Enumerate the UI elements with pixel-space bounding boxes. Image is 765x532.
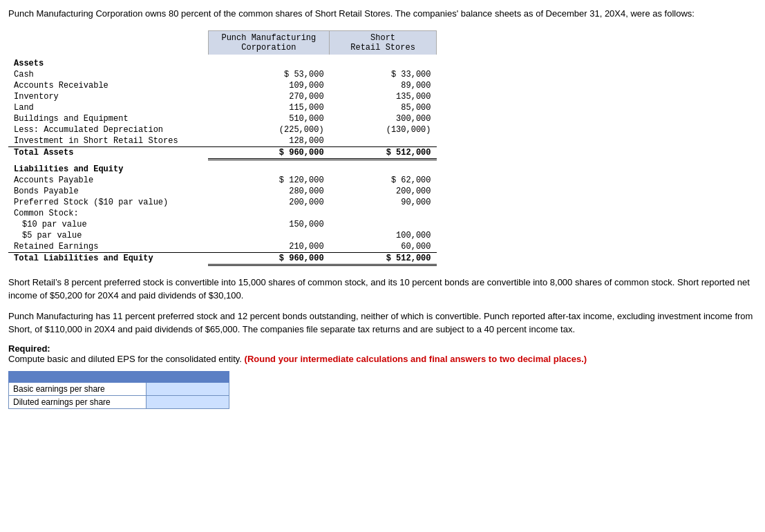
data-punch [208,208,330,219]
required-label: Required: [8,343,50,354]
data-label: $5 par value [8,230,208,241]
paragraph1: Short Retail’s 8 percent preferred stock… [8,276,757,303]
eps-row: Basic earnings per share [9,382,229,395]
paragraph1-text: Short Retail’s 8 percent preferred stock… [8,277,750,301]
data-short [330,208,437,219]
data-short: 135,000 [330,91,437,102]
eps-table-header [9,371,229,382]
data-punch: 150,000 [208,219,330,230]
balance-sheet-table: Punch Manufacturing Corporation Short Re… [8,30,437,266]
data-punch: $ 53,000 [208,69,330,80]
data-short: 85,000 [330,102,437,113]
data-label: Inventory [8,91,208,102]
data-label: Bonds Payable [8,186,208,197]
data-label: Land [8,102,208,113]
data-short: 300,000 [330,113,437,124]
eps-value-input[interactable] [147,395,229,408]
data-label: $10 par value [8,219,208,230]
eps-label: Basic earnings per share [9,382,147,395]
data-punch: (225,000) [208,124,330,135]
total-short: $ 512,000 [330,146,437,159]
data-short [330,219,437,230]
balance-sheet-section: Punch Manufacturing Corporation Short Re… [8,30,757,266]
total-label: Total Assets [8,146,208,159]
data-short: 90,000 [330,197,437,208]
data-short: 200,000 [330,186,437,197]
data-punch: 109,000 [208,80,330,91]
data-punch: 510,000 [208,113,330,124]
data-label: Buildings and Equipment [8,113,208,124]
total-label: Total Liabilities and Equity [8,252,208,265]
data-punch: $ 120,000 [208,175,330,186]
data-punch: 210,000 [208,241,330,253]
section-header: Assets [8,55,437,69]
data-punch: 200,000 [208,197,330,208]
eps-table: Basic earnings per share Diluted earning… [8,371,229,409]
data-label: Cash [8,69,208,80]
data-label: Preferred Stock ($10 par value) [8,197,208,208]
short-header-line1: Short [370,33,395,43]
intro-paragraph: Punch Manufacturing Corporation owns 80 … [8,7,757,21]
data-short: (130,000) [330,124,437,135]
data-label: Common Stock: [8,208,208,219]
paragraph2: Punch Manufacturing has 11 percent prefe… [8,310,757,336]
data-short: $ 62,000 [330,175,437,186]
data-punch: 115,000 [208,102,330,113]
section-header: Liabilities and Equity [8,159,437,175]
paragraph2-text: Punch Manufacturing has 11 percent prefe… [8,311,753,335]
short-col-header: Short Retail Stores [330,30,437,55]
data-short: 60,000 [330,241,437,253]
data-label: Investment in Short Retail Stores [8,135,208,147]
total-short: $ 512,000 [330,252,437,265]
required-text-part1: Compute basic and diluted EPS for the co… [8,354,245,364]
data-short [330,135,437,147]
required-section: Required: Compute basic and diluted EPS … [8,343,757,364]
data-punch: 280,000 [208,186,330,197]
required-text-bold: (Round your intermediate calculations an… [245,354,587,364]
data-short: $ 33,000 [330,69,437,80]
eps-value-input[interactable] [147,382,229,395]
eps-table-wrapper: Basic earnings per share Diluted earning… [8,371,757,409]
punch-header-line1: Punch Manufacturing [221,33,316,43]
data-punch: 128,000 [208,135,330,147]
total-punch: $ 960,000 [208,146,330,159]
data-short: 100,000 [330,230,437,241]
data-punch [208,230,330,241]
label-col-header [8,30,208,55]
total-punch: $ 960,000 [208,252,330,265]
eps-row: Diluted earnings per share [9,395,229,408]
data-label: Retained Earnings [8,241,208,253]
data-label: Accounts Payable [8,175,208,186]
eps-label: Diluted earnings per share [9,395,147,408]
data-punch: 270,000 [208,91,330,102]
data-label: Less: Accumulated Depreciation [8,124,208,135]
data-label: Accounts Receivable [8,80,208,91]
short-header-line2: Retail Stores [350,43,415,53]
intro-text: Punch Manufacturing Corporation owns 80 … [8,8,695,19]
punch-col-header: Punch Manufacturing Corporation [208,30,330,55]
punch-header-line2: Corporation [241,43,296,53]
data-short: 89,000 [330,80,437,91]
